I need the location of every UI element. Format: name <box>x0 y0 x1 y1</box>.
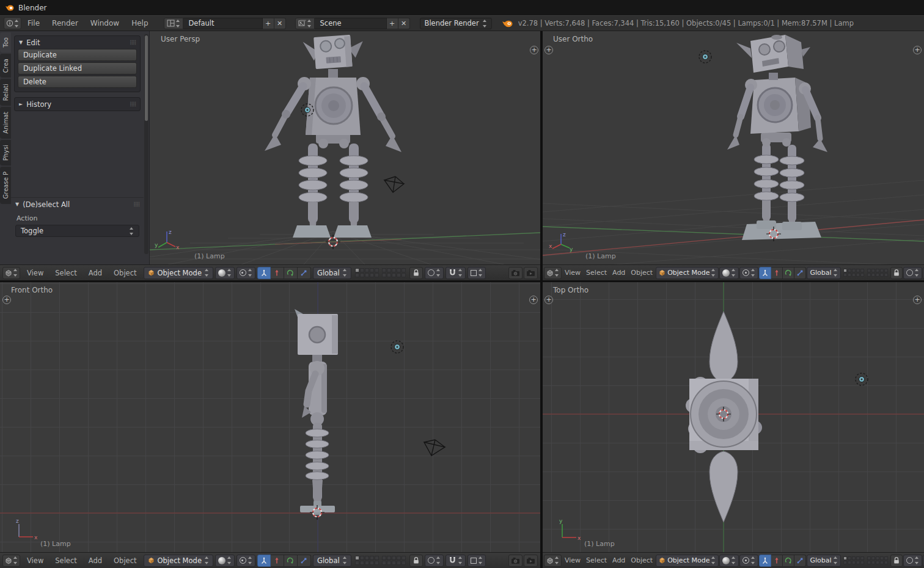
layer-cell[interactable] <box>880 556 884 560</box>
manipulator-toggle-button[interactable] <box>759 555 771 567</box>
region-expand-button[interactable]: + <box>529 296 538 304</box>
opengl-render-anim-button[interactable] <box>524 267 538 279</box>
lamp-object[interactable] <box>391 341 403 353</box>
layer-cell[interactable] <box>876 273 879 277</box>
tab-physics[interactable]: Physi <box>0 140 11 166</box>
render-menu[interactable]: Render <box>46 19 84 27</box>
layer-cell[interactable] <box>402 268 406 272</box>
screen-layout-add-button[interactable]: + <box>263 18 274 29</box>
robot-model[interactable] <box>265 34 402 238</box>
opengl-render-image-button[interactable] <box>508 555 522 567</box>
rotate-manipulator-button[interactable] <box>783 555 794 567</box>
layer-cell[interactable] <box>360 268 364 272</box>
layer-cell[interactable] <box>867 269 871 272</box>
snap-element-dropdown[interactable] <box>468 555 486 567</box>
shading-dropdown[interactable] <box>719 267 739 279</box>
layer-cell[interactable] <box>370 268 374 272</box>
layer-cell[interactable] <box>848 556 851 560</box>
shading-dropdown[interactable] <box>215 267 235 279</box>
layer-cell[interactable] <box>382 273 386 277</box>
empty-object[interactable] <box>384 177 404 192</box>
scale-manipulator-button[interactable] <box>298 555 311 567</box>
file-menu[interactable]: File <box>21 19 46 27</box>
object-menu[interactable]: Object <box>628 269 655 277</box>
scene-lock-button[interactable] <box>890 267 903 279</box>
layer-cell[interactable] <box>871 556 875 560</box>
tab-relations[interactable]: Relati <box>0 79 11 106</box>
robot-model[interactable] <box>727 35 827 240</box>
layer-cell[interactable] <box>387 556 391 560</box>
shading-dropdown[interactable] <box>719 555 739 567</box>
layer-cell[interactable] <box>876 269 879 272</box>
layer-cell[interactable] <box>387 561 391 565</box>
layer-cell[interactable] <box>382 268 386 272</box>
layer-cell[interactable] <box>884 561 888 564</box>
scene-lock-button[interactable] <box>409 267 423 279</box>
layer-cell[interactable] <box>876 561 879 564</box>
screen-layout-field[interactable]: Default <box>183 18 263 29</box>
robot-model[interactable] <box>295 309 338 515</box>
object-menu[interactable]: Object <box>109 269 141 277</box>
region-expand-button[interactable]: + <box>913 46 922 54</box>
orientation-dropdown[interactable]: Global <box>807 555 840 567</box>
select-menu[interactable]: Select <box>584 556 609 564</box>
view-menu[interactable]: View <box>22 269 48 277</box>
proportional-edit-dropdown[interactable] <box>425 555 444 567</box>
layer-cell[interactable] <box>365 556 369 560</box>
layer-cell[interactable] <box>848 561 851 564</box>
layer-cell[interactable] <box>355 556 359 560</box>
layer-cell[interactable] <box>402 273 406 277</box>
viewport-canvas-top-ortho[interactable]: Top Ortho + + y x (1) Lamp <box>543 282 924 552</box>
layer-cell[interactable] <box>843 269 847 272</box>
object-menu[interactable]: Object <box>628 556 655 564</box>
layer-cell[interactable] <box>360 561 364 565</box>
translate-manipulator-button[interactable] <box>271 555 284 567</box>
duplicate-button[interactable]: Duplicate <box>18 49 137 61</box>
layer-cell[interactable] <box>860 561 864 564</box>
viewport-canvas-user-ortho[interactable]: User Ortho + + z x y (1) Lamp <box>543 31 924 264</box>
add-menu[interactable]: Add <box>610 269 628 277</box>
view-menu[interactable]: View <box>22 556 48 565</box>
scene-browse-button[interactable] <box>295 18 315 29</box>
layer-cell[interactable] <box>860 273 864 277</box>
scrollbar-thumb[interactable] <box>145 35 148 121</box>
layer-cell[interactable] <box>852 269 856 272</box>
rotate-manipulator-button[interactable] <box>284 555 298 567</box>
layer-cell[interactable] <box>360 273 364 277</box>
layer-cell[interactable] <box>867 273 871 277</box>
layer-cell[interactable] <box>375 273 379 277</box>
render-engine-dropdown[interactable]: Blender Render <box>420 18 492 29</box>
region-expand-button[interactable]: + <box>2 296 11 304</box>
edit-panel-header[interactable]: ▼ Edit ⣿⣿ <box>15 36 140 49</box>
layer-cell[interactable] <box>397 268 401 272</box>
layer-cell[interactable] <box>397 556 401 560</box>
scene-add-button[interactable]: + <box>387 18 398 29</box>
scene-lock-button[interactable] <box>409 555 423 567</box>
layer-cell[interactable] <box>397 561 401 565</box>
orientation-dropdown[interactable]: Global <box>313 555 351 567</box>
translate-manipulator-button[interactable] <box>771 267 783 279</box>
window-menu[interactable]: Window <box>84 19 125 27</box>
layer-cell[interactable] <box>370 556 374 560</box>
layer-cell[interactable] <box>397 273 401 277</box>
action-toggle-dropdown[interactable]: Toggle <box>15 225 139 237</box>
layer-cell[interactable] <box>856 556 860 560</box>
layer-cell[interactable] <box>355 268 359 272</box>
tool-shelf-scrollbar[interactable] <box>144 34 148 254</box>
layer-cell[interactable] <box>370 561 374 565</box>
scene-close-button[interactable]: ✕ <box>398 18 410 29</box>
region-expand-button[interactable]: + <box>544 296 553 304</box>
layer-cell[interactable] <box>382 556 386 560</box>
layer-cell[interactable] <box>365 268 369 272</box>
layer-cell[interactable] <box>852 273 856 277</box>
view-menu[interactable]: View <box>562 269 583 277</box>
layer-cell[interactable] <box>884 556 888 560</box>
scene-lock-button[interactable] <box>890 555 903 567</box>
robot-model[interactable] <box>686 311 762 522</box>
opengl-render-image-button[interactable] <box>508 267 522 279</box>
manipulator-toggle-button[interactable] <box>257 555 271 567</box>
layer-cell[interactable] <box>852 556 856 560</box>
layer-cell[interactable] <box>387 268 391 272</box>
select-menu[interactable]: Select <box>50 269 81 277</box>
pivot-dropdown[interactable] <box>739 555 758 567</box>
